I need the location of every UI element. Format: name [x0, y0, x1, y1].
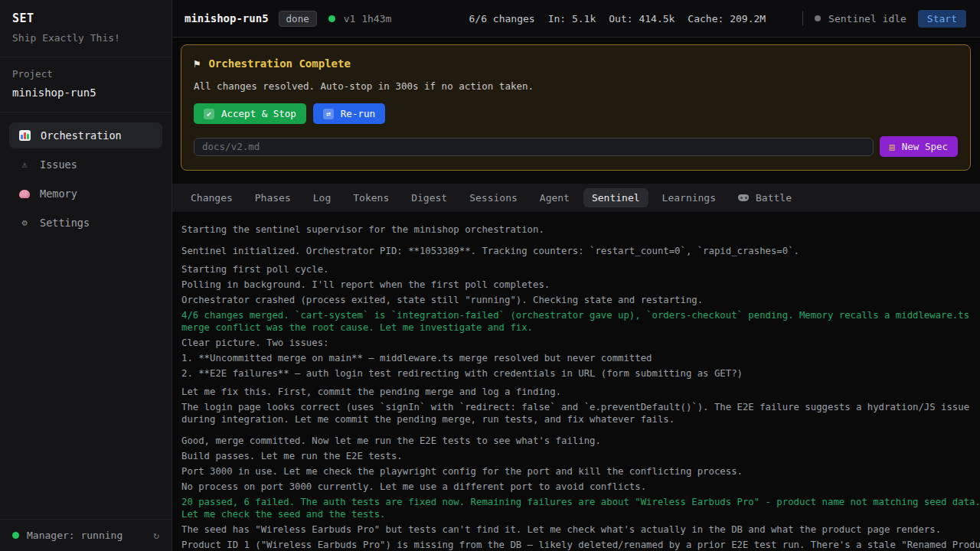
status-badge: done: [279, 11, 317, 27]
log-line: Good, merge committed. Now let me run th…: [181, 435, 969, 447]
log-message: Polling in background. I'll report when …: [181, 279, 969, 291]
accept-stop-button[interactable]: ✔ Accept & Stop: [194, 103, 306, 124]
tab-label: Log: [313, 192, 331, 204]
log-message: Good, merge committed. Now let me run th…: [181, 435, 969, 447]
tab-label: Sessions: [469, 192, 518, 204]
log-line: 4/6 changes merged. `cart-system` is `in…: [181, 309, 969, 321]
sidebar-item-issues[interactable]: ⚠Issues: [9, 152, 162, 178]
sidebar-item-label: Memory: [40, 187, 77, 200]
log-line: merge conflict was the root cause. Let m…: [181, 321, 969, 334]
log-line: 20 passed, 6 failed. The auth tests are …: [181, 496, 969, 508]
sidebar-item-orchestration[interactable]: Orchestration: [9, 122, 162, 148]
tab-sentinel[interactable]: Sentinel: [583, 188, 648, 207]
log-message: Product ID 1 ("Wireless Earbuds Pro") is…: [181, 539, 969, 551]
tab-battle[interactable]: Battle: [730, 188, 800, 207]
log-message: The seed has "Wireless Earbuds Pro" but …: [181, 523, 969, 536]
log-line: Let me check the seed and the tests.: [181, 508, 969, 520]
topbar: minishop-run5 done v1 1h43m 6/6 changesI…: [172, 0, 980, 37]
project-name: minishop-run5: [12, 86, 159, 99]
rerun-button[interactable]: ⇄ Re-run: [313, 103, 385, 124]
brain-icon: [19, 190, 30, 198]
sidebar-item-memory[interactable]: Memory: [9, 181, 162, 207]
stat-item: In: 5.1k: [548, 13, 596, 24]
log-line: Starting first poll cycle.: [181, 263, 969, 276]
sentinel-controls: Sentinel idle Start: [802, 10, 966, 28]
log-message: Orchestrator crashed (process exited, st…: [181, 294, 969, 306]
run-status-dot: [328, 15, 335, 22]
log-message: Let me fix this. First, commit the pendi…: [181, 386, 969, 398]
stat-item: 6/6 changes: [469, 13, 535, 24]
tab-tokens[interactable]: Tokens: [345, 188, 397, 207]
new-spec-label: New Spec: [902, 141, 948, 152]
sidebar-header: SET Ship Exactly This!: [0, 0, 172, 57]
project-block: Project minishop-run5: [0, 57, 172, 112]
banner-actions: ✔ Accept & Stop ⇄ Re-run: [194, 103, 958, 124]
new-spec-form: ▤ New Spec: [194, 136, 958, 157]
tab-phases[interactable]: Phases: [247, 188, 299, 207]
log-line: Sentinel initialized. Orchestrator PID: …: [181, 245, 969, 257]
restart-manager-icon[interactable]: ↻: [153, 530, 159, 541]
log-message: Starting the sentinel supervisor for the…: [181, 223, 969, 236]
log-line: No process on port 3000 currently. Let m…: [181, 481, 969, 493]
new-spec-button[interactable]: ▤ New Spec: [880, 136, 958, 157]
tab-label: Learnings: [662, 192, 716, 204]
rerun-label: Re-run: [341, 108, 375, 119]
sidebar-item-label: Orchestration: [41, 129, 122, 142]
tab-learnings[interactable]: Learnings: [654, 188, 724, 207]
manager-status-dot: [12, 532, 19, 539]
gear-icon: ⚙: [19, 217, 30, 228]
tab-label: Battle: [756, 192, 792, 204]
log-line: Starting the sentinel supervisor for the…: [181, 223, 969, 236]
log-message: Sentinel initialized. Orchestrator PID: …: [181, 245, 969, 257]
tab-label: Phases: [255, 192, 291, 204]
gamepad-icon: [738, 194, 749, 201]
log-message: 1. **Uncommitted merge on main** — middl…: [181, 352, 969, 364]
project-label: Project: [12, 68, 159, 80]
manager-status-label: Manager: running: [27, 530, 122, 541]
tab-label: Digest: [411, 192, 447, 204]
tab-log[interactable]: Log: [305, 188, 339, 207]
sidebar-item-label: Issues: [40, 158, 77, 171]
tab-changes[interactable]: Changes: [182, 188, 241, 207]
log-message: Starting first poll cycle.: [181, 263, 969, 276]
sidebar-item-settings[interactable]: ⚙Settings: [9, 210, 162, 236]
banner-title-row: ⚑ Orchestration Complete: [194, 57, 958, 70]
log-line: The seed has "Wireless Earbuds Pro" but …: [181, 523, 969, 536]
sentinel-status-label: Sentinel idle: [828, 13, 906, 24]
log-line: Clear picture. Two issues:: [181, 337, 969, 349]
log-line: Build passes. Let me run the E2E tests.: [181, 450, 969, 462]
tab-digest[interactable]: Digest: [403, 188, 456, 207]
tab-label: Agent: [540, 192, 570, 204]
log-message: 2. **E2E failures** — auth login test re…: [181, 367, 969, 380]
log-line: Product ID 1 ("Wireless Earbuds Pro") is…: [181, 539, 969, 551]
log-line: 1. **Uncommitted merge on main** — middl…: [181, 352, 969, 364]
check-icon: ✔: [204, 109, 214, 119]
app-logo: SET: [12, 11, 159, 25]
clipboard-icon: ▤: [890, 142, 895, 152]
sidebar-item-label: Settings: [40, 217, 90, 229]
accept-stop-label: Accept & Stop: [221, 108, 296, 119]
log-message: Build passes. Let me run the E2E tests.: [181, 450, 969, 462]
tab-sessions[interactable]: Sessions: [461, 188, 526, 207]
banner-title: Orchestration Complete: [208, 57, 350, 70]
run-title: minishop-run5: [185, 12, 269, 24]
start-sentinel-button[interactable]: Start: [918, 10, 966, 28]
log-line: during integration. Let me commit the pe…: [181, 413, 969, 425]
app-tagline: Ship Exactly This!: [12, 32, 159, 44]
log-message: Port 3000 in use. Let me check the playw…: [181, 465, 969, 478]
tab-agent[interactable]: Agent: [531, 188, 578, 207]
spec-path-input[interactable]: [194, 138, 874, 156]
divider: [802, 11, 803, 26]
log-message: 20 passed, 6 failed. The auth tests are …: [181, 496, 969, 520]
main-area: minishop-run5 done v1 1h43m 6/6 changesI…: [172, 0, 980, 551]
sentinel-log[interactable]: Starting the sentinel supervisor for the…: [172, 212, 980, 551]
tab-bar: ChangesPhasesLogTokensDigestSessionsAgen…: [172, 184, 980, 212]
log-message: The login page looks correct (uses `sign…: [181, 401, 969, 425]
stat-item: Cache: 209.2M: [688, 13, 766, 24]
log-line: Polling in background. I'll report when …: [181, 279, 969, 291]
sentinel-status-dot: [815, 15, 821, 21]
log-line: The login page looks correct (uses `sign…: [181, 401, 969, 413]
orchestration-complete-banner: ⚑ Orchestration Complete All changes res…: [181, 44, 971, 171]
log-message: No process on port 3000 currently. Let m…: [181, 481, 969, 493]
tab-label: Tokens: [353, 192, 389, 204]
